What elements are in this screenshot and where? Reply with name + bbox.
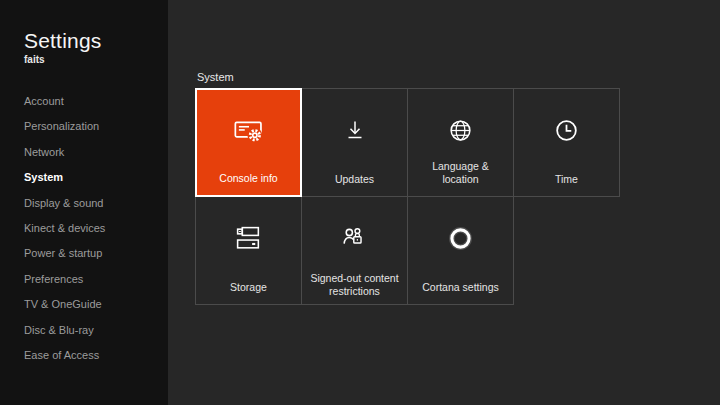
tile-label: Language & location <box>408 160 513 186</box>
sidebar-nav: Account Personalization Network System D… <box>24 89 160 368</box>
tile-updates[interactable]: Updates <box>301 88 408 197</box>
clock-icon <box>514 99 619 162</box>
cortana-ring-icon <box>408 207 513 270</box>
tile-grid: Console info Updates <box>195 88 619 305</box>
sidebar-item-power-startup[interactable]: Power & startup <box>24 241 160 266</box>
console-gear-icon <box>197 100 300 161</box>
tile-label: Cortana settings <box>408 281 513 294</box>
tile-label: Storage <box>196 281 301 294</box>
globe-icon <box>408 99 513 162</box>
sidebar-item-network[interactable]: Network <box>24 140 160 165</box>
page-title: Settings <box>24 29 101 53</box>
tile-row-2: Storage Signed-out content restri <box>195 196 619 305</box>
sidebar-item-kinect-devices[interactable]: Kinect & devices <box>24 216 160 241</box>
storage-drives-icon <box>196 207 301 270</box>
tile-row-1: Console info Updates <box>195 88 619 197</box>
sidebar-item-personalization[interactable]: Personalization <box>24 114 160 139</box>
tile-signed-out-content-restrictions[interactable]: Signed-out content restrictions <box>301 196 408 305</box>
tile-storage[interactable]: Storage <box>195 196 302 305</box>
sidebar-item-tv-oneguide[interactable]: TV & OneGuide <box>24 292 160 317</box>
sidebar-item-display-sound[interactable]: Display & sound <box>24 191 160 216</box>
user-gamertag: faits <box>24 54 45 65</box>
tile-console-info[interactable]: Console info <box>195 88 302 197</box>
sidebar-item-account[interactable]: Account <box>24 89 160 114</box>
download-icon <box>302 99 407 162</box>
tile-label: Console info <box>197 172 300 185</box>
sidebar-item-preferences[interactable]: Preferences <box>24 267 160 292</box>
section-label: System <box>197 71 234 83</box>
sidebar-item-system[interactable]: System <box>24 165 160 190</box>
tile-cortana-settings[interactable]: Cortana settings <box>407 196 514 305</box>
main-content: System Console info <box>168 0 720 405</box>
sidebar-item-ease-of-access[interactable]: Ease of Access <box>24 343 160 368</box>
tile-language-location[interactable]: Language & location <box>407 88 514 197</box>
sidebar: Settings faits Account Personalization N… <box>0 0 168 405</box>
tile-time[interactable]: Time <box>513 88 620 197</box>
tile-label: Updates <box>302 173 407 186</box>
tile-label: Time <box>514 173 619 186</box>
sidebar-item-disc-bluray[interactable]: Disc & Blu-ray <box>24 318 160 343</box>
settings-screen: Settings faits Account Personalization N… <box>0 0 720 405</box>
people-lock-icon <box>302 207 407 270</box>
tile-label: Signed-out content restrictions <box>302 272 407 298</box>
